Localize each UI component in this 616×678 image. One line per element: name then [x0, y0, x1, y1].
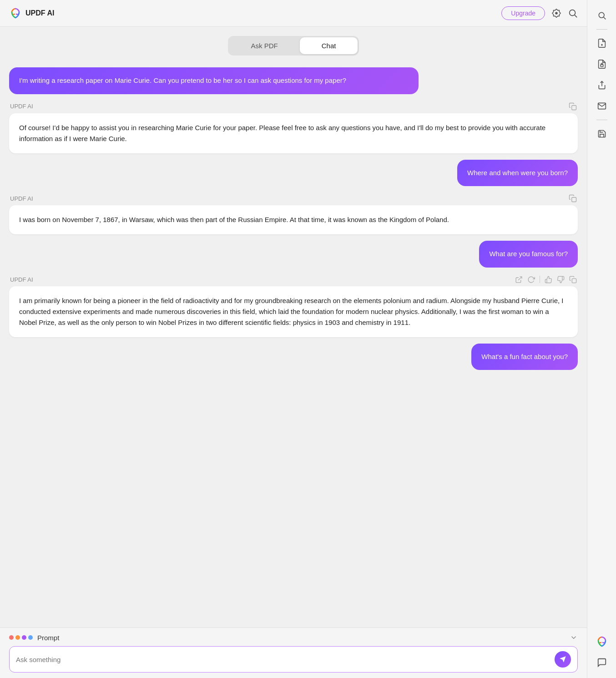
search-icon	[568, 8, 578, 18]
sidebar-email-button[interactable]	[593, 97, 611, 115]
sidebar-search-button[interactable]	[593, 6, 611, 25]
ai-message-block: UPDF AI I was born on November 7, 1867, …	[9, 194, 578, 234]
tab-switcher: Ask PDF Chat	[0, 27, 587, 60]
tab-ask-pdf[interactable]: Ask PDF	[229, 37, 300, 54]
chat-bubble-icon	[597, 658, 607, 668]
header-left: UPDF AI	[9, 7, 54, 20]
ai-logo-icon	[596, 635, 608, 648]
svg-rect-9	[601, 65, 603, 67]
refresh-button[interactable]	[527, 276, 535, 283]
badge-icon	[551, 8, 561, 18]
email-icon	[597, 101, 606, 111]
right-sidebar	[587, 0, 616, 678]
sidebar-save-button[interactable]	[593, 125, 611, 143]
badge-icon-button[interactable]	[551, 8, 561, 18]
user-bubble: What's a fun fact about you?	[471, 344, 578, 370]
action-divider	[540, 276, 540, 283]
ai-message-block: UPDF AI Of course! I'd be happy to assis…	[9, 102, 578, 153]
tab-chat[interactable]: Chat	[300, 37, 358, 54]
user-bubble: What are you famous for?	[479, 241, 578, 268]
dot-red	[9, 635, 14, 640]
thumbdown-icon	[557, 276, 565, 283]
dot-orange	[15, 635, 20, 640]
sidebar-pdf-tool-2-button[interactable]	[593, 55, 611, 73]
updf-logo-icon	[9, 7, 22, 20]
header-right: Upgrade	[501, 6, 578, 20]
chat-area: I'm writing a research paper on Marie Cu…	[0, 60, 587, 627]
sidebar-ai-logo-button[interactable]	[593, 632, 611, 651]
sidebar-chat-button[interactable]	[593, 653, 611, 672]
user-bubble: Where and when were you born?	[457, 160, 578, 187]
sidebar-divider-2	[596, 120, 607, 120]
ai-bubble: I am primarily known for being a pioneer…	[9, 286, 578, 337]
ai-message-block: UPDF AI	[9, 276, 578, 337]
ai-label-row: UPDF AI	[9, 194, 578, 202]
svg-rect-4	[572, 197, 576, 202]
svg-rect-3	[572, 105, 576, 110]
user-message: I'm writing a research paper on Marie Cu…	[9, 67, 578, 94]
send-button[interactable]	[555, 651, 571, 668]
prompt-label-left: Prompt	[9, 634, 59, 642]
ai-bubble: I was born on November 7, 1867, in Warsa…	[9, 205, 578, 234]
user-message: What are you famous for?	[479, 241, 578, 268]
chat-input[interactable]	[16, 656, 550, 663]
dot-purple	[22, 635, 26, 640]
svg-line-5	[518, 277, 522, 280]
ai-label: UPDF AI	[10, 276, 33, 283]
input-row	[9, 646, 578, 673]
dot-blue	[28, 635, 33, 640]
header: UPDF AI Upgrade	[0, 0, 587, 27]
sidebar-share-button[interactable]	[593, 76, 611, 94]
ai-actions	[515, 276, 577, 283]
prompt-label-row: Prompt	[9, 633, 578, 642]
ai-actions	[569, 102, 577, 111]
ai-label-row: UPDF AI	[9, 102, 578, 111]
copy-icon	[569, 194, 577, 202]
copy-button-1[interactable]	[569, 102, 577, 111]
chevron-down-icon	[570, 633, 578, 642]
prompt-dots	[9, 635, 33, 640]
tab-container: Ask PDF Chat	[228, 36, 359, 56]
svg-point-0	[555, 12, 558, 15]
ai-label: UPDF AI	[10, 103, 33, 110]
ai-label: UPDF AI	[10, 195, 33, 202]
thumbup-button[interactable]	[545, 276, 552, 283]
ai-bubble: Of course! I'd be happy to assist you in…	[9, 113, 578, 153]
pdf-lock-icon	[597, 59, 607, 69]
pdf-rotate-icon	[597, 38, 607, 48]
user-message: What's a fun fact about you?	[471, 344, 578, 370]
ai-label-row: UPDF AI	[9, 276, 578, 283]
copy-button-2[interactable]	[569, 194, 577, 202]
upgrade-button[interactable]: Upgrade	[501, 6, 545, 20]
app-title: UPDF AI	[25, 9, 54, 17]
refresh-icon	[527, 276, 535, 283]
prompt-label: Prompt	[37, 634, 59, 642]
sidebar-pdf-tool-1-button[interactable]	[593, 34, 611, 52]
open-icon	[515, 276, 523, 283]
save-icon	[597, 129, 606, 138]
svg-point-1	[570, 10, 576, 16]
open-button[interactable]	[515, 276, 523, 283]
sidebar-divider-1	[596, 29, 607, 30]
search-button[interactable]	[568, 8, 578, 18]
copy-icon	[569, 102, 577, 111]
copy-button-3[interactable]	[569, 276, 577, 283]
prompt-area: Prompt	[0, 627, 587, 678]
svg-rect-6	[572, 278, 576, 283]
send-icon	[559, 656, 566, 663]
copy-icon	[569, 276, 577, 283]
ai-actions	[569, 194, 577, 202]
sidebar-search-icon	[597, 11, 606, 20]
share-icon	[597, 81, 606, 90]
svg-line-2	[575, 15, 577, 17]
thumbup-icon	[545, 276, 552, 283]
thumbdown-button[interactable]	[557, 276, 565, 283]
svg-line-8	[603, 17, 606, 20]
svg-point-7	[599, 12, 604, 18]
user-bubble: I'm writing a research paper on Marie Cu…	[9, 67, 419, 94]
prompt-chevron-button[interactable]	[570, 633, 578, 642]
user-message: Where and when were you born?	[457, 160, 578, 187]
